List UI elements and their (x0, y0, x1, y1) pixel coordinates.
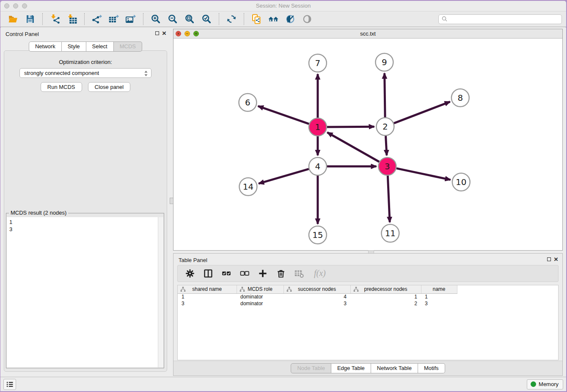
edge-2-3[interactable] (386, 136, 387, 155)
table-cell[interactable]: dominator (237, 300, 284, 307)
table-row[interactable]: 1dominator411 (178, 293, 457, 300)
zoom-selected-button[interactable] (200, 13, 213, 25)
close-panel-button[interactable]: Close panel (88, 82, 131, 92)
delete-column-button[interactable] (274, 268, 288, 279)
table-panel-float-icon[interactable] (547, 257, 551, 261)
table-cell[interactable]: 4 (284, 293, 350, 300)
tab-mcds[interactable]: MCDS (114, 41, 142, 52)
node-15[interactable]: 15 (309, 226, 327, 244)
node-11[interactable]: 11 (381, 224, 399, 242)
control-panel-float-icon[interactable] (155, 31, 159, 35)
network-window-titlebar: × − + scc.txt (173, 29, 562, 39)
hide-graphics-details-button[interactable] (284, 13, 297, 25)
table-cell[interactable]: 3 (421, 300, 457, 307)
edge-3-11[interactable] (388, 176, 390, 222)
task-history-button[interactable] (3, 379, 16, 390)
table-cell[interactable]: 3 (284, 300, 350, 307)
optimization-criterion-value: strongly connected component (24, 70, 99, 76)
column-header-name[interactable]: name (421, 285, 457, 293)
node-10[interactable]: 10 (452, 173, 470, 191)
node-label: 3 (385, 161, 390, 171)
table-cell[interactable]: 1 (350, 293, 421, 300)
table-tab-network-table[interactable]: Network Table (371, 363, 418, 373)
column-header-predecessor-nodes[interactable]: predecessor nodes (350, 285, 421, 293)
table-row[interactable]: 3dominator323 (178, 300, 457, 307)
table-cell[interactable]: 2 (350, 300, 421, 307)
table-panel-close-icon[interactable]: × (554, 257, 558, 262)
zoom-out-button[interactable] (166, 13, 179, 25)
import-network-button[interactable] (48, 13, 62, 25)
add-column-button[interactable] (256, 268, 270, 279)
zoom-fit-icon (184, 14, 195, 24)
run-mcds-button[interactable]: Run MCDS (41, 82, 82, 92)
node-table-container: shared nameMCDS rolesuccessor nodesprede… (177, 285, 559, 360)
apply-preferred-layout-button[interactable] (225, 13, 238, 25)
open-ndex-button[interactable] (267, 13, 280, 25)
control-panel-close-icon[interactable]: × (162, 31, 166, 36)
open-session-button[interactable] (6, 13, 20, 25)
node-8[interactable]: 8 (451, 89, 469, 107)
network-graph: 1234678910111415 (173, 39, 562, 250)
node-2[interactable]: 2 (376, 118, 394, 135)
show-graphics-details-button[interactable] (300, 13, 314, 25)
toolbar-separator (244, 13, 244, 25)
tab-style[interactable]: Style (62, 41, 86, 52)
duplicate-network-button[interactable] (250, 13, 263, 25)
node-1[interactable]: 1 (309, 118, 327, 136)
edge-4-14[interactable] (259, 169, 309, 184)
edge-3-1[interactable] (327, 133, 379, 162)
edge-3-10[interactable] (396, 168, 451, 180)
node-14[interactable]: 14 (239, 178, 257, 196)
node-4[interactable]: 4 (309, 157, 327, 175)
column-type-icon (353, 287, 359, 292)
memory-button[interactable]: Memory (527, 379, 563, 389)
table-cell[interactable]: 3 (178, 300, 237, 307)
main-toolbar (0, 11, 566, 27)
column-header-shared-name[interactable]: shared name (178, 285, 237, 293)
edge-1-6[interactable] (258, 106, 309, 124)
network-canvas[interactable]: 1234678910111415 (173, 39, 562, 250)
table-tab-node-table[interactable]: Node Table (291, 363, 331, 373)
edge-2-8[interactable] (394, 102, 450, 123)
optimization-criterion-select[interactable]: strongly connected component (19, 68, 151, 78)
export-table-button[interactable] (107, 13, 121, 25)
function-builder-button: f(x) (311, 272, 329, 275)
mcds-result-scrollbar[interactable] (158, 217, 163, 367)
memory-status-dot (531, 381, 536, 387)
select-all-checkboxes-button[interactable] (220, 268, 233, 279)
table-tabs: Node TableEdge TableNetwork TableMotifs (291, 363, 445, 373)
import-table-button[interactable] (65, 13, 79, 25)
edge-2-9[interactable] (385, 73, 385, 117)
table-cell[interactable]: dominator (237, 293, 284, 300)
node-3[interactable]: 3 (378, 157, 396, 175)
search-input[interactable] (449, 15, 561, 23)
table-tabs-bar: Node TableEdge TableNetwork TableMotifs (173, 361, 562, 375)
column-header-label: name (432, 286, 445, 292)
table-tab-motifs[interactable]: Motifs (418, 363, 445, 373)
toggle-columns-button[interactable] (201, 268, 215, 279)
node-6[interactable]: 6 (239, 94, 256, 111)
table-options-gear-button[interactable] (183, 268, 197, 279)
tab-network[interactable]: Network (29, 41, 62, 52)
table-cell[interactable]: 1 (421, 293, 457, 300)
table-cell[interactable]: 1 (178, 293, 237, 300)
export-image-button[interactable] (124, 13, 138, 25)
node-7[interactable]: 7 (309, 54, 327, 72)
tab-select[interactable]: Select (86, 41, 114, 52)
column-header-mcds-role[interactable]: MCDS role (237, 285, 284, 293)
edge-1-2[interactable] (327, 127, 374, 127)
zoom-fit-button[interactable] (183, 13, 196, 25)
add-column-icon (258, 268, 268, 279)
export-network-button[interactable] (90, 13, 104, 25)
zoom-out-icon (168, 14, 178, 24)
save-session-button[interactable] (23, 13, 37, 25)
node-label: 15 (312, 230, 323, 240)
mcds-result-text[interactable]: 1 3 (7, 217, 158, 367)
zoom-in-button[interactable] (149, 13, 162, 25)
column-header-successor-nodes[interactable]: successor nodes (284, 285, 350, 293)
table-tab-edge-table[interactable]: Edge Table (331, 363, 371, 373)
open-session-icon (8, 14, 18, 24)
node-9[interactable]: 9 (375, 53, 393, 71)
export-table-icon (109, 14, 119, 24)
deselect-all-checkboxes-button[interactable] (238, 268, 251, 279)
